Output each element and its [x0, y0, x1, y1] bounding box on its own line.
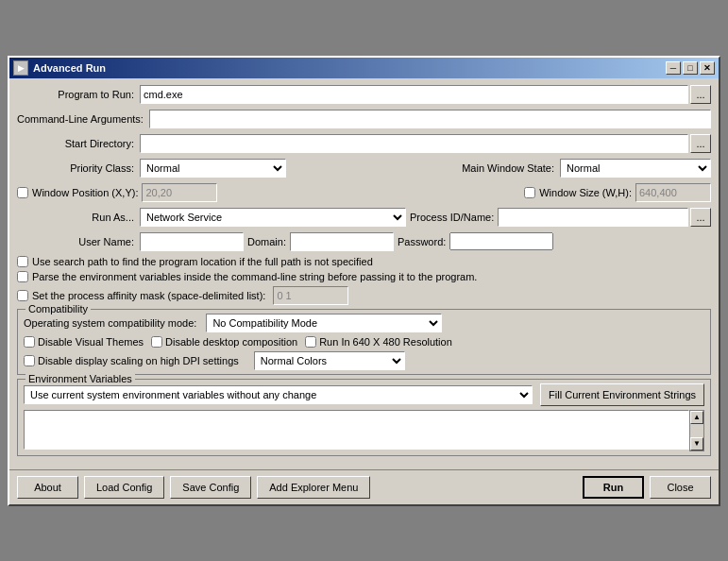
env-select[interactable]: Use current system environment variables…	[24, 385, 533, 404]
titlebar: ▶ Advanced Run ─ □ ✕	[9, 58, 719, 78]
cmdline-row: Command-Line Arguments:	[17, 109, 711, 129]
parse-env-row: Parse the environment variables inside t…	[17, 271, 711, 282]
use-search-path-checkbox[interactable]	[17, 256, 28, 267]
window-state-select[interactable]: Normal Minimized Maximized Hidden	[560, 159, 711, 178]
save-config-button[interactable]: Save Config	[170, 476, 251, 499]
colors-select[interactable]: Normal Colors 256 Colors 16-bit (65536) …	[254, 351, 405, 370]
affinity-row: Set the process affinity mask (space-del…	[17, 286, 711, 305]
parse-env-label: Parse the environment variables inside t…	[32, 271, 477, 282]
maximize-button[interactable]: □	[683, 61, 698, 75]
runas-label: Run As...	[17, 212, 140, 223]
window-title: Advanced Run	[33, 62, 106, 74]
disable-dpi-check: Disable display scaling on high DPI sett…	[24, 355, 239, 366]
program-label: Program to Run:	[17, 89, 140, 100]
disable-composition-checkbox[interactable]	[151, 336, 162, 348]
position-size-row: Window Position (X,Y): Window Size (W,H)…	[17, 182, 711, 203]
startdir-browse-button[interactable]: ...	[690, 134, 711, 153]
minimize-button[interactable]: ─	[666, 61, 681, 75]
window-pos-label: Window Position (X,Y):	[28, 187, 142, 198]
environment-section: Environment Variables Use current system…	[17, 379, 711, 456]
priority-select[interactable]: Normal Above Normal Below Normal High Id…	[140, 159, 286, 178]
password-label: Password:	[394, 236, 449, 247]
scroll-down-button[interactable]: ▼	[690, 437, 703, 450]
disable-dpi-checkbox[interactable]	[24, 355, 35, 366]
startdir-input[interactable]	[140, 134, 688, 153]
env-scrollbar[interactable]: ▲ ▼	[689, 410, 704, 451]
run-button[interactable]: Run	[583, 476, 644, 499]
affinity-input[interactable]	[273, 286, 348, 305]
disable-composition-label: Disable desktop composition	[165, 336, 297, 348]
program-input[interactable]	[140, 85, 688, 104]
affinity-checkbox[interactable]	[17, 290, 28, 301]
titlebar-left: ▶ Advanced Run	[13, 60, 106, 76]
runas-processid-row: Run As... Network Service Local Service …	[17, 207, 711, 228]
load-config-button[interactable]: Load Config	[84, 476, 164, 499]
window-size-checkbox[interactable]	[524, 187, 535, 198]
use-search-path-label: Use search path to find the program loca…	[32, 256, 373, 267]
startdir-label: Start Directory:	[17, 138, 140, 149]
compatibility-section-label: Compatibility	[25, 303, 91, 314]
startdir-row: Start Directory: ...	[17, 133, 711, 154]
env-textarea-container: ▲ ▼	[24, 410, 704, 451]
program-browse-button[interactable]: ...	[690, 85, 711, 104]
close-button[interactable]: ✕	[700, 61, 715, 75]
compatibility-section: Compatibility Operating system compatibi…	[17, 309, 711, 375]
processid-label: Process ID/Name:	[406, 212, 498, 223]
window-size-input[interactable]	[635, 183, 711, 202]
content-area: Program to Run: ... Command-Line Argumen…	[9, 78, 719, 466]
cmdline-label: Command-Line Arguments:	[17, 113, 149, 125]
username-label: User Name:	[17, 236, 140, 247]
close-button[interactable]: Close	[650, 476, 711, 499]
add-explorer-button[interactable]: Add Explorer Menu	[257, 476, 370, 499]
env-select-row: Use current system environment variables…	[24, 383, 704, 406]
priority-windowstate-row: Priority Class: Normal Above Normal Belo…	[17, 158, 711, 178]
compat-checkboxes: Disable Visual Themes Disable desktop co…	[24, 336, 704, 348]
titlebar-buttons: ─ □ ✕	[666, 61, 715, 75]
program-row: Program to Run: ...	[17, 84, 711, 105]
app-icon: ▶	[13, 60, 28, 76]
scroll-up-button[interactable]: ▲	[690, 411, 703, 424]
disable-composition-check: Disable desktop composition	[151, 336, 297, 348]
window-size-label: Window Size (W,H):	[535, 187, 635, 198]
domain-input[interactable]	[290, 232, 394, 251]
priority-label: Priority Class:	[17, 162, 140, 174]
user-domain-pass-row: User Name: Domain: Password:	[17, 231, 711, 252]
run-640x480-checkbox[interactable]	[305, 336, 316, 348]
password-input[interactable]	[449, 232, 553, 250]
compat-row2: Disable display scaling on high DPI sett…	[24, 351, 704, 370]
env-textarea[interactable]	[24, 410, 689, 450]
bottom-buttons: About Load Config Save Config Add Explor…	[9, 469, 719, 504]
window-pos-checkbox[interactable]	[17, 187, 28, 198]
os-mode-row: Operating system compatibility mode: No …	[24, 314, 704, 332]
run-640x480-check: Run In 640 X 480 Resolution	[305, 336, 452, 348]
affinity-label: Set the process affinity mask (space-del…	[32, 290, 265, 301]
disable-dpi-label: Disable display scaling on high DPI sett…	[38, 355, 239, 366]
disable-themes-check: Disable Visual Themes	[24, 336, 144, 348]
environment-section-label: Environment Variables	[25, 373, 135, 384]
os-mode-label: Operating system compatibility mode:	[24, 317, 196, 329]
processid-input[interactable]	[498, 208, 688, 227]
window-state-label: Main Window State:	[447, 162, 560, 174]
fill-env-button[interactable]: Fill Current Environment Strings	[540, 383, 704, 406]
username-input[interactable]	[140, 232, 244, 251]
disable-themes-label: Disable Visual Themes	[38, 336, 144, 348]
parse-env-checkbox[interactable]	[17, 271, 28, 282]
about-button[interactable]: About	[17, 476, 78, 499]
main-window: ▶ Advanced Run ─ □ ✕ Program to Run: ...…	[8, 56, 720, 506]
os-mode-select[interactable]: No Compatibility Mode Windows XP SP2 Win…	[206, 314, 442, 332]
window-pos-input[interactable]	[142, 183, 217, 202]
disable-themes-checkbox[interactable]	[24, 336, 35, 348]
search-path-row: Use search path to find the program loca…	[17, 256, 711, 267]
cmdline-input[interactable]	[149, 110, 711, 128]
domain-label: Domain:	[244, 236, 290, 247]
run-640x480-label: Run In 640 X 480 Resolution	[319, 336, 452, 348]
runas-select[interactable]: Network Service Local Service Local Syst…	[140, 208, 406, 227]
processid-browse-button[interactable]: ...	[690, 208, 711, 227]
